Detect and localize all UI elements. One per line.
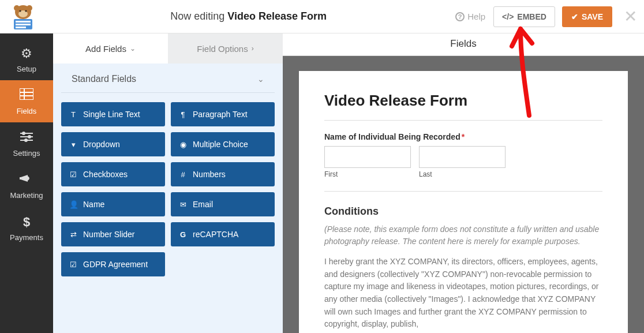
name-field-label: Name of Individual Being Recorded* <box>324 132 602 141</box>
panel-tabs: Add Fields ⌄ Field Options › <box>53 33 283 63</box>
svg-point-19 <box>25 139 27 141</box>
save-button[interactable]: ✔ SAVE <box>562 6 612 27</box>
page-title: Now editing Video Release Form <box>42 10 455 23</box>
field-email[interactable]: ✉Email <box>171 192 275 216</box>
first-name-input[interactable] <box>324 146 411 168</box>
field-number-slider[interactable]: ⇄Number Slider <box>61 222 165 246</box>
hash-icon: # <box>179 170 187 179</box>
form-title: Video Release Form <box>324 92 602 110</box>
sidebar-item-fields[interactable]: Fields <box>0 80 53 122</box>
conditions-title: Conditions <box>324 205 602 218</box>
field-recaptcha[interactable]: GreCAPTCHA <box>171 222 275 246</box>
sidebar-item-setup[interactable]: ⚙ Setup <box>0 38 53 80</box>
section-header[interactable]: Standard Fields ⌄ <box>61 63 275 93</box>
divider <box>324 191 602 192</box>
user-icon: 👤 <box>69 200 77 209</box>
field-label: Paragraph Text <box>193 110 248 119</box>
embed-label: EMBED <box>517 12 546 21</box>
first-sublabel: First <box>324 170 411 178</box>
field-label: Multiple Choice <box>193 140 248 149</box>
check-icon: ✔ <box>571 12 578 21</box>
check-square-icon: ☑ <box>69 170 77 179</box>
text-height-icon: T <box>69 110 77 119</box>
paragraph-icon: ¶ <box>179 110 187 119</box>
embed-button[interactable]: </> EMBED <box>493 6 555 27</box>
section-title: Standard Fields <box>72 74 136 84</box>
dollar-icon: $ <box>0 215 53 230</box>
help-icon: ? <box>455 12 465 21</box>
svg-rect-9 <box>16 27 26 28</box>
close-button[interactable]: ✕ <box>624 7 637 26</box>
top-bar: Now editing Video Release Form ? Help </… <box>0 0 644 33</box>
tab-add-fields[interactable]: Add Fields ⌄ <box>53 33 168 63</box>
help-label: Help <box>467 12 485 21</box>
field-paragraph-text[interactable]: ¶Paragraph Text <box>171 102 275 126</box>
dot-circle-icon: ◉ <box>179 140 187 149</box>
divider <box>324 120 602 121</box>
field-name[interactable]: 👤Name <box>61 192 165 216</box>
chevron-down-icon: ⌄ <box>130 44 136 53</box>
sidebar-item-label: Marketing <box>10 191 43 200</box>
tab-label: Add Fields <box>85 44 126 54</box>
last-name-input[interactable] <box>419 146 506 168</box>
sidebar-item-label: Setup <box>17 65 36 73</box>
form-card: Video Release Form Name of Individual Be… <box>299 71 628 333</box>
svg-rect-7 <box>16 21 31 23</box>
sidebar-item-payments[interactable]: $ Payments <box>0 207 53 249</box>
tab-label: Field Options <box>197 44 248 54</box>
field-numbers[interactable]: #Numbers <box>171 162 275 186</box>
field-gdpr-agreement[interactable]: ☑GDPR Agreement <box>61 252 165 276</box>
field-label: Numbers <box>193 170 226 179</box>
field-label: Single Line Text <box>83 110 140 119</box>
name-inputs: First Last <box>324 146 602 178</box>
google-icon: G <box>179 230 187 239</box>
sidebar-item-settings[interactable]: Settings <box>0 122 53 164</box>
preview-area: Fields Video Release Form Name of Indivi… <box>283 33 644 333</box>
sidebar-item-marketing[interactable]: Marketing <box>0 164 53 207</box>
envelope-icon: ✉ <box>179 200 187 209</box>
field-label: Email <box>193 200 213 209</box>
field-label: GDPR Agreement <box>83 260 148 269</box>
svg-rect-8 <box>16 24 31 25</box>
svg-point-1 <box>14 5 20 11</box>
caret-square-icon: ▾ <box>69 140 77 149</box>
field-multiple-choice[interactable]: ◉Multiple Choice <box>171 132 275 156</box>
field-grid: TSingle Line Text ¶Paragraph Text ▾Dropd… <box>53 93 283 286</box>
field-checkboxes[interactable]: ☑Checkboxes <box>61 162 165 186</box>
code-icon: </> <box>502 12 514 21</box>
preview-header: Fields <box>283 33 644 56</box>
conditions-note: (Please note, this example form does not… <box>324 223 602 248</box>
conditions-body: I hereby grant the XYZ COMPANY, its dire… <box>324 256 602 331</box>
sliders-icon <box>0 130 53 145</box>
svg-point-17 <box>28 136 31 138</box>
chevron-down-icon: ⌄ <box>257 74 264 84</box>
field-label: Dropdown <box>83 140 120 149</box>
sidebar: ⚙ Setup Fields Settings Marketing $ Paym… <box>0 33 53 333</box>
check-square-icon: ☑ <box>69 260 77 269</box>
field-label: Checkboxes <box>83 170 128 179</box>
sidebar-item-label: Payments <box>10 233 43 242</box>
sidebar-item-label: Fields <box>17 107 37 115</box>
layout-icon <box>0 88 53 103</box>
editing-prefix: Now editing <box>170 10 227 22</box>
tab-field-options[interactable]: Field Options › <box>168 33 283 63</box>
sidebar-item-label: Settings <box>13 149 40 158</box>
field-label: reCAPTCHA <box>193 230 238 239</box>
svg-point-4 <box>19 10 21 12</box>
fields-panel: Add Fields ⌄ Field Options › Standard Fi… <box>53 33 283 333</box>
bullhorn-icon <box>0 173 53 188</box>
field-dropdown[interactable]: ▾Dropdown <box>61 132 165 156</box>
preview-canvas: Video Release Form Name of Individual Be… <box>283 56 644 333</box>
help-link[interactable]: ? Help <box>455 12 485 21</box>
sliders-h-icon: ⇄ <box>69 230 77 239</box>
save-label: SAVE <box>582 12 603 21</box>
svg-rect-20 <box>20 177 21 179</box>
svg-point-2 <box>27 5 32 11</box>
last-sublabel: Last <box>419 170 506 178</box>
field-label: Number Slider <box>83 230 134 239</box>
chevron-right-icon: › <box>252 44 254 53</box>
required-asterisk: * <box>462 132 465 141</box>
field-single-line-text[interactable]: TSingle Line Text <box>61 102 165 126</box>
app-logo <box>5 2 42 32</box>
main-layout: ⚙ Setup Fields Settings Marketing $ Paym… <box>0 33 644 333</box>
